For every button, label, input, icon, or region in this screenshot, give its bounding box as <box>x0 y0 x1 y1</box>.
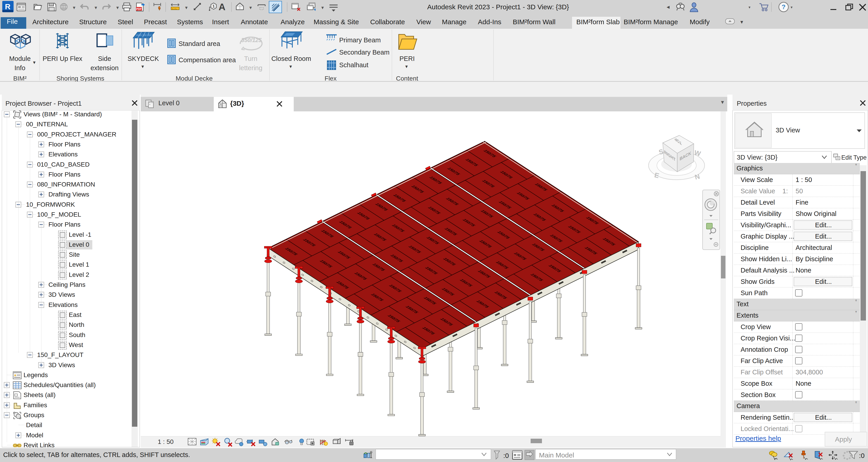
svg-text:?: ? <box>781 3 785 10</box>
svg-text:1: 1 <box>213 4 215 8</box>
svg-text:350/125: 350/125 <box>241 37 262 43</box>
svg-text:W: W <box>693 149 702 158</box>
svg-text:R: R <box>5 2 11 11</box>
svg-text:PDF: PDF <box>136 7 142 11</box>
